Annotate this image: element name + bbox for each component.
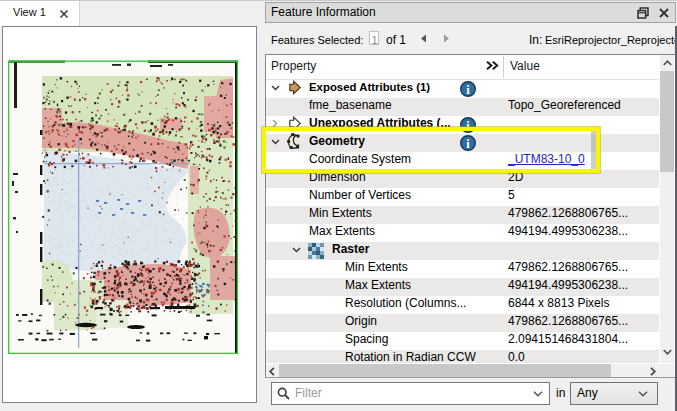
svg-text:i: i [466, 82, 470, 96]
